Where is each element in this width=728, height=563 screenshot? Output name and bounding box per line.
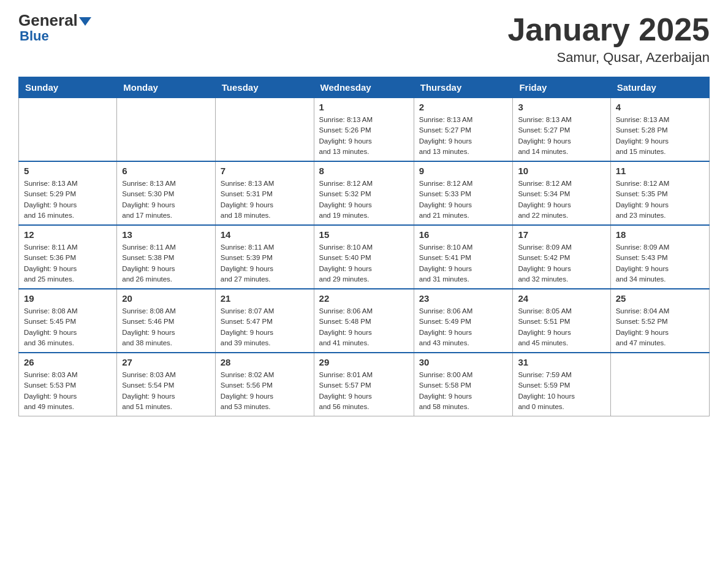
calendar-week-row: 12Sunrise: 8:11 AMSunset: 5:36 PMDayligh… <box>19 225 710 289</box>
day-number: 10 <box>518 166 605 176</box>
day-info: Sunrise: 8:12 AMSunset: 5:35 PMDaylight:… <box>616 178 704 221</box>
calendar-cell: 10Sunrise: 8:12 AMSunset: 5:34 PMDayligh… <box>513 161 610 225</box>
day-info: Sunrise: 8:08 AMSunset: 5:46 PMDaylight:… <box>122 306 210 348</box>
calendar-cell: 20Sunrise: 8:08 AMSunset: 5:46 PMDayligh… <box>117 289 216 353</box>
day-number: 13 <box>122 229 210 240</box>
day-info: Sunrise: 8:13 AMSunset: 5:30 PMDaylight:… <box>122 178 210 221</box>
col-saturday: Saturday <box>610 77 709 98</box>
day-number: 15 <box>319 229 409 240</box>
day-info: Sunrise: 8:12 AMSunset: 5:33 PMDaylight:… <box>419 178 508 221</box>
calendar-week-row: 5Sunrise: 8:13 AMSunset: 5:29 PMDaylight… <box>19 161 710 225</box>
day-number: 22 <box>319 293 409 304</box>
day-number: 12 <box>24 229 112 240</box>
calendar-cell: 26Sunrise: 8:03 AMSunset: 5:53 PMDayligh… <box>19 353 117 416</box>
day-number: 26 <box>24 357 112 367</box>
day-number: 20 <box>122 293 210 304</box>
calendar-cell: 29Sunrise: 8:01 AMSunset: 5:57 PMDayligh… <box>314 353 414 416</box>
calendar-cell: 12Sunrise: 8:11 AMSunset: 5:36 PMDayligh… <box>19 225 117 289</box>
col-wednesday: Wednesday <box>314 77 414 98</box>
calendar-cell: 25Sunrise: 8:04 AMSunset: 5:52 PMDayligh… <box>610 289 709 353</box>
day-number: 23 <box>419 293 508 304</box>
day-number: 19 <box>24 293 112 304</box>
calendar-cell: 23Sunrise: 8:06 AMSunset: 5:49 PMDayligh… <box>414 289 513 353</box>
calendar-cell: 17Sunrise: 8:09 AMSunset: 5:42 PMDayligh… <box>513 225 610 289</box>
day-number: 4 <box>616 102 704 112</box>
day-number: 31 <box>518 357 605 367</box>
day-number: 18 <box>616 229 704 240</box>
calendar-week-row: 1Sunrise: 8:13 AMSunset: 5:26 PMDaylight… <box>19 98 710 162</box>
day-number: 30 <box>419 357 508 367</box>
day-info: Sunrise: 8:06 AMSunset: 5:49 PMDaylight:… <box>419 306 508 348</box>
calendar-cell: 28Sunrise: 8:02 AMSunset: 5:56 PMDayligh… <box>215 353 314 416</box>
day-number: 21 <box>221 293 309 304</box>
calendar-cell: 18Sunrise: 8:09 AMSunset: 5:43 PMDayligh… <box>610 225 709 289</box>
day-number: 1 <box>319 102 409 112</box>
col-sunday: Sunday <box>19 77 117 98</box>
calendar-cell: 6Sunrise: 8:13 AMSunset: 5:30 PMDaylight… <box>117 161 216 225</box>
col-monday: Monday <box>117 77 216 98</box>
day-number: 28 <box>221 357 309 367</box>
calendar-cell: 31Sunrise: 7:59 AMSunset: 5:59 PMDayligh… <box>513 353 610 416</box>
calendar-cell: 15Sunrise: 8:10 AMSunset: 5:40 PMDayligh… <box>314 225 414 289</box>
day-info: Sunrise: 7:59 AMSunset: 5:59 PMDaylight:… <box>518 370 605 412</box>
day-number: 25 <box>616 293 704 304</box>
col-thursday: Thursday <box>414 77 513 98</box>
calendar-cell: 16Sunrise: 8:10 AMSunset: 5:41 PMDayligh… <box>414 225 513 289</box>
day-info: Sunrise: 8:13 AMSunset: 5:27 PMDaylight:… <box>419 115 508 157</box>
day-number: 6 <box>122 166 210 176</box>
logo-general-text: General <box>18 11 78 29</box>
day-info: Sunrise: 8:07 AMSunset: 5:47 PMDaylight:… <box>221 306 309 348</box>
logo-blue-text: Blue <box>20 29 49 43</box>
day-info: Sunrise: 8:09 AMSunset: 5:43 PMDaylight:… <box>616 242 704 285</box>
day-info: Sunrise: 8:13 AMSunset: 5:31 PMDaylight:… <box>221 178 309 221</box>
calendar-cell: 9Sunrise: 8:12 AMSunset: 5:33 PMDaylight… <box>414 161 513 225</box>
day-number: 2 <box>419 102 508 112</box>
calendar-cell: 3Sunrise: 8:13 AMSunset: 5:27 PMDaylight… <box>513 98 610 162</box>
calendar-title: January 2025 <box>507 12 710 47</box>
day-info: Sunrise: 8:03 AMSunset: 5:54 PMDaylight:… <box>122 370 210 412</box>
logo-triangle-icon <box>79 17 91 26</box>
page-header: General Blue January 2025 Samur, Qusar, … <box>18 12 710 66</box>
day-info: Sunrise: 8:05 AMSunset: 5:51 PMDaylight:… <box>518 306 605 348</box>
day-info: Sunrise: 8:12 AMSunset: 5:32 PMDaylight:… <box>319 178 409 221</box>
day-info: Sunrise: 8:04 AMSunset: 5:52 PMDaylight:… <box>616 306 704 348</box>
day-number: 17 <box>518 229 605 240</box>
day-info: Sunrise: 8:13 AMSunset: 5:28 PMDaylight:… <box>616 115 704 157</box>
calendar-cell: 7Sunrise: 8:13 AMSunset: 5:31 PMDaylight… <box>215 161 314 225</box>
title-section: January 2025 Samur, Qusar, Azerbaijan <box>507 12 710 66</box>
day-info: Sunrise: 8:02 AMSunset: 5:56 PMDaylight:… <box>221 370 309 412</box>
calendar-cell: 30Sunrise: 8:00 AMSunset: 5:58 PMDayligh… <box>414 353 513 416</box>
day-info: Sunrise: 8:10 AMSunset: 5:40 PMDaylight:… <box>319 242 409 285</box>
day-number: 5 <box>24 166 112 176</box>
calendar-cell: 24Sunrise: 8:05 AMSunset: 5:51 PMDayligh… <box>513 289 610 353</box>
calendar-cell: 22Sunrise: 8:06 AMSunset: 5:48 PMDayligh… <box>314 289 414 353</box>
calendar-cell <box>610 353 709 416</box>
calendar-cell: 1Sunrise: 8:13 AMSunset: 5:26 PMDaylight… <box>314 98 414 162</box>
calendar-cell: 4Sunrise: 8:13 AMSunset: 5:28 PMDaylight… <box>610 98 709 162</box>
calendar-cell: 27Sunrise: 8:03 AMSunset: 5:54 PMDayligh… <box>117 353 216 416</box>
col-friday: Friday <box>513 77 610 98</box>
calendar-cell: 11Sunrise: 8:12 AMSunset: 5:35 PMDayligh… <box>610 161 709 225</box>
day-number: 24 <box>518 293 605 304</box>
calendar-week-row: 26Sunrise: 8:03 AMSunset: 5:53 PMDayligh… <box>19 353 710 416</box>
calendar-subtitle: Samur, Qusar, Azerbaijan <box>507 50 710 66</box>
calendar-header-row: Sunday Monday Tuesday Wednesday Thursday… <box>19 77 710 98</box>
day-number: 11 <box>616 166 704 176</box>
day-info: Sunrise: 8:13 AMSunset: 5:26 PMDaylight:… <box>319 115 409 157</box>
day-number: 16 <box>419 229 508 240</box>
calendar-cell: 2Sunrise: 8:13 AMSunset: 5:27 PMDaylight… <box>414 98 513 162</box>
day-info: Sunrise: 8:11 AMSunset: 5:38 PMDaylight:… <box>122 242 210 285</box>
calendar-cell: 8Sunrise: 8:12 AMSunset: 5:32 PMDaylight… <box>314 161 414 225</box>
day-info: Sunrise: 8:01 AMSunset: 5:57 PMDaylight:… <box>319 370 409 412</box>
day-number: 8 <box>319 166 409 176</box>
calendar-cell: 14Sunrise: 8:11 AMSunset: 5:39 PMDayligh… <box>215 225 314 289</box>
day-number: 3 <box>518 102 605 112</box>
day-info: Sunrise: 8:09 AMSunset: 5:42 PMDaylight:… <box>518 242 605 285</box>
calendar-cell <box>215 98 314 162</box>
day-number: 9 <box>419 166 508 176</box>
day-number: 29 <box>319 357 409 367</box>
day-info: Sunrise: 8:03 AMSunset: 5:53 PMDaylight:… <box>24 370 112 412</box>
day-info: Sunrise: 8:11 AMSunset: 5:36 PMDaylight:… <box>24 242 112 285</box>
logo: General Blue <box>18 12 91 43</box>
day-info: Sunrise: 8:12 AMSunset: 5:34 PMDaylight:… <box>518 178 605 221</box>
